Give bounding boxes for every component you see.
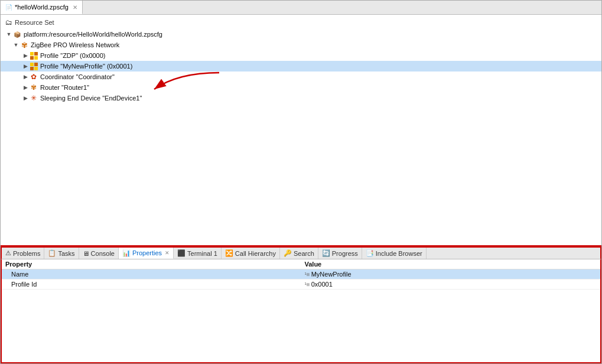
bottom-tab-bar: ⚠ Problems 📋 Tasks 🖥 Console 📊 Propertie… [1,246,601,259]
profileid-property-value: ¹≡0x0001 [301,280,601,290]
progress-label: Progress [332,250,358,257]
coordinator-icon: ✿ [29,72,38,82]
resource-set-label: Resource Set [15,19,54,26]
coordinator-expand[interactable]: ▶ [22,73,29,80]
zdp-expand[interactable]: ▶ [22,52,29,59]
properties-label: Properties [132,249,162,256]
editor-tab-close[interactable]: ✕ [73,4,77,11]
search-icon: 🔑 [284,249,292,257]
editor-panel: 🗂 Resource Set ▼ 📦 platform:/resource/He… [1,15,601,245]
network-icon: ✾ [19,40,29,50]
tree-view: ▼ 📦 platform:/resource/HelloWorld/helloW… [1,28,601,105]
callhierarchy-label: Call Hierarchy [235,250,276,257]
profile-mynewprofile-icon [29,61,38,71]
editor-tab[interactable]: 📄 *helloWorld.zpscfg ✕ [1,1,83,14]
tasks-label: Tasks [58,250,74,257]
tree-coordinator[interactable]: ▶ ✿ Coordinator "Coordinator" [1,72,601,82]
tab-callhierarchy[interactable]: 🔀 Call Hierarchy [222,248,280,259]
tree-root[interactable]: ▼ 📦 platform:/resource/HelloWorld/helloW… [1,29,601,40]
file-icon: 📄 [5,4,12,11]
profile-zdp-icon [29,51,38,60]
progress-icon: 🔄 [322,249,330,257]
properties-tab-close[interactable]: ✕ [165,250,170,256]
enddevice-icon: ✳ [29,93,38,103]
props-row-name[interactable]: Name ¹≡MyNewProfile [2,269,600,280]
resource-set-icon: 🗂 [5,18,12,27]
mynewprofile-expand[interactable]: ▶ [22,63,29,70]
network-expand[interactable]: ▼ [12,41,19,48]
tab-terminal[interactable]: ⬛ Terminal 1 [174,248,222,259]
tab-console[interactable]: 🖥 Console [79,248,119,259]
root-expand[interactable]: ▼ [5,31,12,38]
editor-tab-label: *helloWorld.zpscfg [15,4,69,11]
terminal-icon: ⬛ [177,249,186,257]
tab-includebrowser[interactable]: 📑 Include Browser [362,248,427,259]
search-label: Search [294,250,314,257]
main-content: 🗂 Resource Set ▼ 📦 platform:/resource/He… [1,15,601,363]
properties-table: Property Value Name ¹≡MyNewProfile [2,259,600,290]
resource-set-header: 🗂 Resource Set [1,17,601,28]
enddevice-label: Sleeping End Device "EndDevice1" [40,95,142,102]
name-property-label: Name [2,269,301,280]
tree-profile-zdp[interactable]: ▶ Profile "ZDP" (0x0000) [1,50,601,61]
tree-profile-mynewprofile[interactable]: ▶ Profile "MyNewProfile" (0x0001) [1,61,601,72]
tab-problems[interactable]: ⚠ Problems [2,248,44,259]
includebrowser-icon: 📑 [366,249,374,257]
problems-icon: ⚠ [5,249,11,257]
root-icon: 📦 [12,30,22,39]
root-label: platform:/resource/HelloWorld/helloWorld… [24,31,162,38]
profileid-property-label: Profile Id [2,280,301,290]
router-label: Router "Router1" [40,84,89,91]
mynewprofile-label: Profile "MyNewProfile" (0x0001) [40,63,132,70]
props-header-row: Property Value [2,259,600,269]
properties-icon: 📊 [122,249,131,257]
main-window: 📄 *helloWorld.zpscfg ✕ 🗂 Resource Set ▼ … [0,0,602,364]
callhierarchy-icon: 🔀 [225,249,233,257]
zdp-label: Profile "ZDP" (0x0000) [40,52,106,59]
tree-network[interactable]: ▼ ✾ ZigBee PRO Wireless Network [1,40,601,50]
tab-progress[interactable]: 🔄 Progress [318,248,362,259]
console-label: Console [91,250,115,257]
bottom-panel: ⚠ Problems 📋 Tasks 🖥 Console 📊 Propertie… [1,245,601,363]
network-label: ZigBee PRO Wireless Network [31,41,119,48]
problems-label: Problems [13,250,40,257]
tab-search[interactable]: 🔑 Search [280,248,318,259]
name-property-value: ¹≡MyNewProfile [301,269,601,280]
enddevice-expand[interactable]: ▶ [22,95,29,102]
tab-properties[interactable]: 📊 Properties ✕ [119,248,174,259]
properties-area: Property Value Name ¹≡MyNewProfile [1,259,601,363]
tree-enddevice[interactable]: ▶ ✳ Sleeping End Device "EndDevice1" [1,93,601,103]
terminal-label: Terminal 1 [187,250,217,257]
tab-tasks[interactable]: 📋 Tasks [44,248,79,259]
router-expand[interactable]: ▶ [22,84,29,91]
router-icon: ✾ [29,83,38,92]
value-column-header: Value [301,259,601,269]
property-column-header: Property [2,259,301,269]
tasks-icon: 📋 [48,249,56,257]
top-tab-bar: 📄 *helloWorld.zpscfg ✕ [1,1,601,15]
coordinator-label: Coordinator "Coordinator" [40,73,115,80]
props-row-profileid[interactable]: Profile Id ¹≡0x0001 [2,280,600,290]
includebrowser-label: Include Browser [376,250,422,257]
console-icon: 🖥 [83,250,89,257]
tree-router[interactable]: ▶ ✾ Router "Router1" [1,82,601,93]
